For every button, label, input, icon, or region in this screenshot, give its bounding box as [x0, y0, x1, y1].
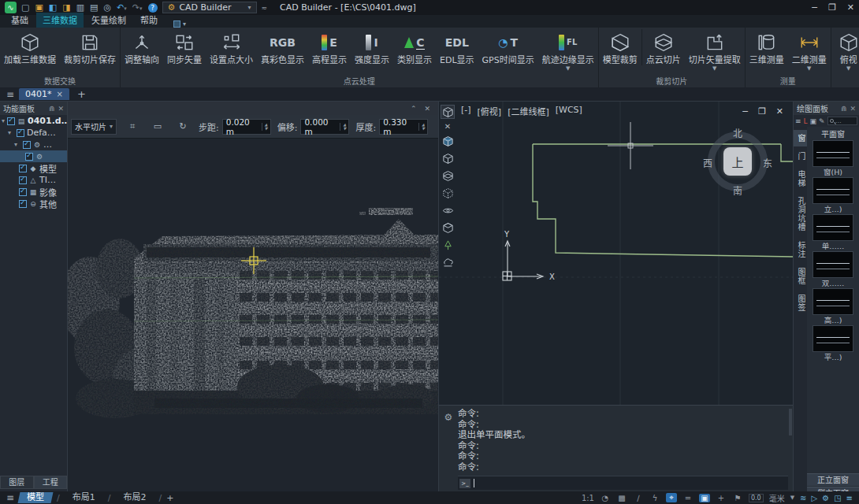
tab-basic[interactable]: 基础 — [5, 13, 35, 28]
label-tool-icon[interactable]: L — [804, 117, 808, 125]
slice-mode-dropdown[interactable]: 水平切片 ▾ — [71, 119, 117, 135]
compass-up-button[interactable]: 上 — [723, 147, 752, 176]
ortho-mode-icon[interactable]: ∕ — [633, 494, 644, 502]
tab-layers[interactable]: 图层 — [0, 476, 34, 489]
menu-icon[interactable]: ≡ — [6, 89, 14, 100]
view-compass[interactable]: 北 南 西 东 上 — [705, 128, 771, 195]
viewport-3d[interactable]: ⌃ ✕ 水平切片 ▾ ⌗ ▭ ↻ 步距: 0.020 m ▲▼ 偏移: 0.00… — [68, 102, 438, 491]
minimize-viewport-icon[interactable]: ─ — [742, 106, 748, 117]
view-direction-control[interactable]: [俯视] — [478, 105, 502, 117]
tree-row-tin[interactable]: △ TI… — [0, 174, 67, 186]
tree-row-file[interactable]: ▾ ▤ 0401.d… — [0, 115, 67, 127]
search-input[interactable]: … — [827, 117, 857, 125]
minimize-button[interactable]: ─ — [812, 2, 817, 13]
restore-button[interactable]: ❐ — [828, 2, 836, 13]
command-scrollbar[interactable] — [789, 409, 792, 435]
wireframe-view-icon[interactable] — [441, 151, 455, 165]
menu-icon[interactable]: ≡ — [6, 492, 14, 503]
edl-display-button[interactable]: EDL EDL显示 — [436, 29, 478, 65]
solid-view-icon[interactable] — [441, 134, 455, 148]
class-display-button[interactable]: C 类别显示 — [393, 29, 436, 65]
checkbox[interactable] — [19, 188, 27, 196]
new-file-icon[interactable]: ▢ — [21, 2, 29, 13]
collapse-icon[interactable]: ⌃ — [411, 105, 417, 113]
preview-icon[interactable]: ◎ — [103, 2, 111, 13]
checkbox[interactable] — [19, 200, 27, 208]
save-icon[interactable]: ◧ — [49, 2, 57, 13]
step-spinner[interactable]: 0.020 m ▲▼ — [222, 119, 271, 135]
tree-row-selected[interactable]: ⚙ — [0, 150, 67, 162]
viewport-2d[interactable]: Y X [-] [俯视] [二维线框] [WCS] ─ ❐ ✕ 北 南 西 东 … — [438, 102, 793, 405]
brush-tool-icon[interactable]: ✎ — [819, 117, 825, 125]
sync-vector-button[interactable]: 同步矢量 — [163, 29, 206, 65]
compass-east[interactable]: 东 — [763, 156, 772, 169]
view-cube-tool[interactable] — [441, 105, 455, 119]
tree-row-model[interactable]: ◆ 模型 — [0, 162, 67, 174]
copy-icon[interactable]: ▥ — [76, 2, 84, 13]
model-crop-button[interactable]: 模型裁剪 — [599, 29, 642, 65]
close-viewport-icon[interactable]: ✕ — [776, 106, 783, 117]
workspace-selector[interactable]: ⚙ CAD Builder ▾ — [162, 2, 257, 13]
section-front-elevation[interactable]: 正立面窗 — [807, 473, 859, 486]
settings-gear-icon[interactable]: ⚙ — [822, 494, 829, 502]
block-thumbnail[interactable] — [813, 214, 853, 241]
tab-frame[interactable]: 图框 — [794, 264, 807, 289]
caret-down-icon[interactable]: ▾ — [8, 129, 14, 136]
offset-spinner[interactable]: 0.000 m ▲▼ — [300, 119, 349, 135]
rectangle-tool-icon[interactable]: ▭ — [148, 121, 167, 132]
checkbox[interactable] — [25, 153, 33, 161]
command-settings-gear-icon[interactable]: ⚙ — [444, 412, 453, 423]
compass-north[interactable]: 北 — [733, 126, 742, 139]
close-toolbar-icon[interactable]: ✕ — [444, 122, 451, 131]
object-snap-icon[interactable]: ⌖ — [666, 493, 677, 502]
save-as-icon[interactable]: ◨ — [62, 2, 70, 13]
eye-view-icon[interactable] — [441, 203, 455, 217]
annotation-flag-icon[interactable]: ⚑ — [732, 494, 743, 502]
tab-layout1[interactable]: 布局1 — [65, 492, 103, 503]
checkbox[interactable] — [19, 176, 27, 184]
close-viewport-icon[interactable]: ✕ — [424, 105, 430, 113]
block-tool-icon[interactable]: ▣ — [810, 117, 817, 125]
tree-row-other[interactable]: ⊖ 其他 — [0, 198, 67, 209]
block-thumbnail[interactable] — [813, 251, 853, 278]
clock-icon[interactable]: ◔ — [600, 494, 611, 502]
tab-3d-data[interactable]: 三维数据 — [36, 13, 84, 28]
document-tab-0401[interactable]: 0401* × — [19, 88, 69, 100]
tab-elevator[interactable]: 电梯 — [794, 166, 807, 191]
save-clip-slice-button[interactable]: 裁剪切片保存 — [60, 29, 120, 65]
command-panel[interactable]: ⚙ 命令: 命令: 退出单平面模式。 命令: 命令: 命令: >_ — [438, 405, 793, 491]
checkbox[interactable] — [23, 141, 31, 149]
scale-indicator[interactable]: 1:1 — [582, 494, 594, 502]
chevron-down-icon[interactable]: ▼ — [790, 495, 794, 501]
tab-model[interactable]: 模型 — [18, 492, 54, 503]
open-file-icon[interactable]: ▣ — [35, 2, 43, 13]
close-panel-icon[interactable]: ✕ — [58, 105, 64, 113]
tree-row-image[interactable]: ▦ 影像 — [0, 186, 67, 198]
section-view-icon[interactable] — [441, 169, 455, 183]
ribbon-collapse-control[interactable]: ▾ — [173, 20, 186, 28]
tab-help[interactable]: 帮助 — [134, 13, 164, 28]
compass-south[interactable]: 南 — [733, 183, 742, 197]
gps-time-display-button[interactable]: ◔T GPS时间显示 — [478, 29, 538, 65]
redo-icon[interactable]: ↷▾ — [132, 2, 143, 13]
menu-icon[interactable]: ≡ — [795, 117, 801, 125]
print-icon[interactable]: ▤ — [90, 2, 98, 13]
intensity-display-button[interactable]: I 强度显示 — [351, 29, 393, 65]
close-button[interactable]: ✕ — [847, 2, 854, 13]
tab-layout2[interactable]: 布局2 — [116, 492, 154, 503]
customize-menu-icon[interactable]: ≡ — [846, 494, 853, 502]
block-thumbnail[interactable] — [813, 325, 853, 352]
tab-titleblock[interactable]: 图签 — [794, 291, 807, 316]
grid-snap-icon[interactable]: ▩ — [616, 494, 627, 502]
tab-project[interactable]: 工程 — [34, 476, 68, 489]
undo-icon[interactable]: ↶▾ — [117, 2, 127, 13]
trajectory-edge-display-button[interactable]: FL 航迹边缘显示 ▼ — [538, 29, 598, 71]
tab-vector-draw[interactable]: 矢量绘制 — [85, 13, 132, 28]
model-space-icon[interactable]: ▣ — [699, 494, 710, 502]
new-layout-button[interactable]: + — [166, 493, 173, 503]
unit-indicator[interactable]: 毫米 — [769, 492, 785, 504]
wcs-control[interactable]: [WCS] — [556, 105, 582, 117]
crop-tool-icon[interactable]: ⌗ — [123, 121, 142, 132]
vegetation-icon[interactable] — [441, 238, 455, 252]
restore-viewport-icon[interactable]: ❐ — [758, 106, 766, 117]
